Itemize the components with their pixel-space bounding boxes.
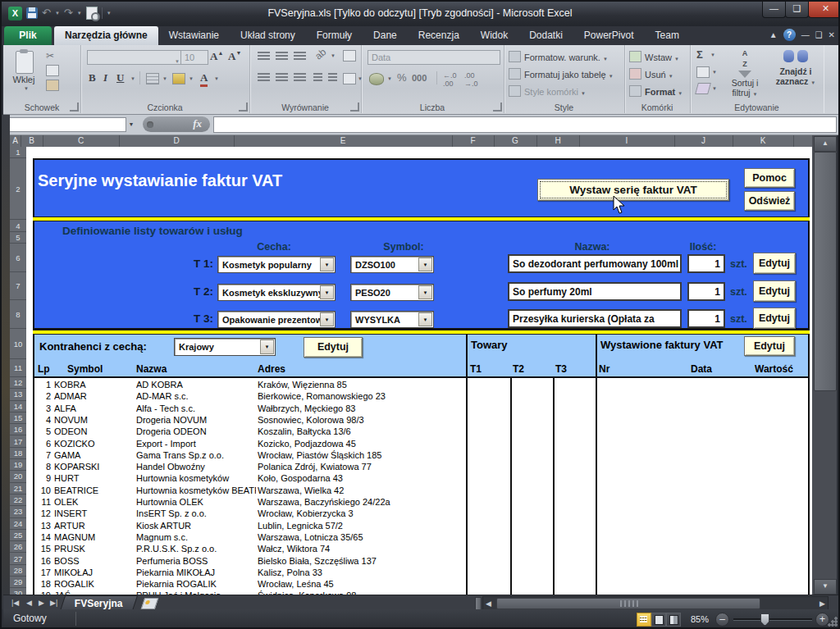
column-header-H[interactable]: H — [536, 135, 580, 147]
row-header-26[interactable]: 26 — [10, 541, 26, 553]
orientation-icon[interactable]: ab — [313, 46, 328, 62]
insert-cells-button[interactable]: Wstaw▼ — [629, 50, 679, 65]
table-row[interactable]: 3ALFAAlfa - Tech s.c.Wałbrzych, Męckiego… — [26, 403, 812, 414]
cecha-combo-t2[interactable]: Kosmetyk ekskluzywny▼ — [217, 284, 336, 301]
table-row[interactable]: 18ROGALIKPiekarnia ROGALIKWrocław, Leśna… — [26, 578, 812, 590]
cecha-combo-arrow-icon[interactable]: ▼ — [320, 312, 334, 326]
edit-button-t1[interactable]: Edytuj — [753, 253, 796, 274]
paste-dropdown-icon[interactable]: ▼ — [24, 86, 29, 91]
ribbon-tab-narz-dzia-g-wne[interactable]: Narzędzia główne — [54, 26, 158, 45]
row-header-6[interactable]: 6 — [10, 244, 26, 272]
table-row[interactable]: 16BOSSPerfumeria BOSSBielsko Biała, Szcz… — [26, 555, 812, 567]
ilosc-input-t3[interactable]: 1 — [687, 309, 725, 328]
edit-button-t2[interactable]: Edytuj — [753, 280, 796, 302]
row-header-23[interactable]: 23 — [10, 506, 26, 517]
row-header-18[interactable]: 18 — [10, 448, 26, 459]
paste-button[interactable]: Wklej ▼ — [10, 49, 38, 97]
delete-cells-button[interactable]: Usuń▼ — [629, 67, 673, 82]
row-header-14[interactable]: 14 — [10, 401, 26, 412]
insert-worksheet-icon[interactable] — [141, 598, 159, 609]
merge-center-icon[interactable] — [343, 73, 356, 84]
doc-minimize-icon[interactable]: — — [801, 30, 810, 39]
maximize-button[interactable]: ❑ — [785, 2, 809, 18]
view-page-break-button[interactable] — [666, 613, 681, 627]
contractors-edit-button[interactable]: Edytuj — [304, 337, 363, 358]
tab-split-handle[interactable] — [475, 597, 482, 610]
doc-restore-icon[interactable]: ❑ — [815, 30, 823, 39]
table-row[interactable]: 8KOPARSKIHandel ObwoźnyPolanica Zdrój, K… — [26, 461, 812, 472]
row-header-11[interactable]: 11 — [10, 359, 26, 377]
sort-filter-button[interactable]: AZ Sortuj i filtruj▼ — [721, 48, 769, 110]
row-header-5[interactable]: 5 — [10, 232, 26, 244]
doc-close-icon[interactable]: ✕ — [829, 30, 835, 39]
grow-font-icon[interactable]: A▲ — [210, 50, 223, 63]
cecha-combo-t3[interactable]: Opakowanie prezentowe▼ — [217, 311, 336, 328]
horizontal-scroll-thumb[interactable] — [496, 598, 760, 609]
table-row[interactable]: 13ARTURKiosk ARTURLublin, Legnicka 57/2 — [26, 520, 812, 531]
zoom-level[interactable]: 85% — [691, 614, 709, 624]
column-header-B[interactable]: B — [21, 135, 43, 147]
name-box-dropdown-icon[interactable]: ▼ — [125, 117, 138, 132]
prev-sheet-icon[interactable]: ◀ — [26, 595, 32, 610]
fill-color-icon[interactable] — [172, 73, 185, 84]
column-header-G[interactable]: G — [494, 135, 537, 147]
vertical-scrollbar[interactable]: ▲ ▼ — [812, 135, 837, 595]
cecha-combo-t1[interactable]: Kosmetyk popularny▼ — [217, 256, 336, 273]
row-header-22[interactable]: 22 — [10, 495, 26, 506]
formula-input[interactable] — [213, 116, 837, 133]
first-sheet-icon[interactable]: |◀ — [11, 595, 19, 610]
row-header-24[interactable]: 24 — [10, 518, 26, 530]
ribbon-tab-team[interactable]: Team — [645, 26, 690, 45]
format-as-table-button[interactable]: Formatuj jako tabelę▼ — [509, 67, 614, 82]
borders-icon[interactable] — [146, 73, 159, 84]
ribbon-tab-powerpivot[interactable]: PowerPivot — [573, 26, 645, 45]
shrink-font-icon[interactable]: A▼ — [228, 50, 241, 63]
help-icon[interactable]: ? — [783, 29, 796, 41]
edit-button-t3[interactable]: Edytuj — [753, 308, 796, 329]
clipboard-dialog-launcher-icon[interactable] — [70, 103, 79, 112]
number-format-combo[interactable]: Data — [368, 50, 500, 65]
row-header-13[interactable]: 13 — [10, 389, 26, 400]
increase-decimal-icon[interactable]: ←.0.00 — [443, 71, 457, 88]
column-header-E[interactable]: E — [234, 135, 453, 147]
faktury-edit-button[interactable]: Edytuj — [744, 336, 795, 356]
borders-dropdown-icon[interactable]: ▼ — [162, 76, 167, 81]
ribbon-tab-uk-ad-strony[interactable]: Układ strony — [230, 26, 306, 45]
align-bottom-icon[interactable] — [294, 52, 306, 60]
worksheet[interactable]: Seryjne wystawianie faktur VAT Wystaw se… — [26, 147, 812, 595]
clear-dropdown-icon[interactable]: ▼ — [712, 86, 717, 91]
conditional-formatting-button[interactable]: Formatow. warunk.▼ — [509, 50, 608, 65]
column-header-I[interactable]: I — [579, 135, 675, 147]
row-header-27[interactable]: 27 — [10, 554, 26, 565]
align-center-icon[interactable] — [276, 73, 288, 81]
ribbon-tab-formu-y[interactable]: Formuły — [306, 26, 363, 45]
currency-dropdown-icon[interactable]: ▼ — [387, 76, 392, 81]
percent-icon[interactable]: % — [397, 71, 407, 84]
table-row[interactable]: 14MAGNUMMagnum s.c.Warszawa, Lotnicza 35… — [26, 531, 812, 543]
thousands-icon[interactable]: 000 — [412, 73, 427, 83]
font-color-dropdown-icon[interactable]: ▼ — [214, 76, 219, 81]
row-header-15[interactable]: 15 — [10, 412, 26, 424]
column-header-J[interactable]: J — [674, 135, 733, 147]
symbol-combo-t3[interactable]: WYSYLKA▼ — [350, 311, 434, 328]
wrap-text-icon[interactable] — [343, 50, 356, 62]
issue-invoices-button[interactable]: Wystaw serię faktur VAT — [537, 179, 729, 201]
row-header-17[interactable]: 17 — [10, 436, 26, 448]
cecha-combo-arrow-icon[interactable]: ▼ — [320, 258, 334, 271]
format-cells-button[interactable]: Format▼ — [629, 84, 682, 99]
fill-dropdown2-icon[interactable]: ▼ — [712, 70, 717, 75]
row-header-29[interactable]: 29 — [10, 577, 26, 588]
align-right-icon[interactable] — [294, 73, 306, 81]
increase-indent-icon[interactable] — [328, 73, 337, 81]
collapse-ribbon-icon[interactable]: ▲ — [769, 30, 778, 39]
row-header-2[interactable]: 2 — [10, 158, 26, 220]
row-header-12[interactable]: 12 — [10, 377, 26, 389]
zoom-out-icon[interactable]: – — [715, 613, 729, 627]
row-header-28[interactable]: 28 — [10, 565, 26, 577]
table-row[interactable]: 4NOVUMDrogeria NOVUMSosnowiec, Kolorowa … — [26, 414, 812, 426]
autosum-dropdown-icon[interactable]: ▼ — [710, 52, 715, 57]
insert-function-capsule[interactable]: fx — [143, 116, 210, 132]
align-left-icon[interactable] — [258, 73, 270, 81]
nazwa-input-t1[interactable]: So dezodorant perfumowany 100ml — [508, 254, 682, 273]
view-normal-button[interactable] — [637, 613, 651, 627]
